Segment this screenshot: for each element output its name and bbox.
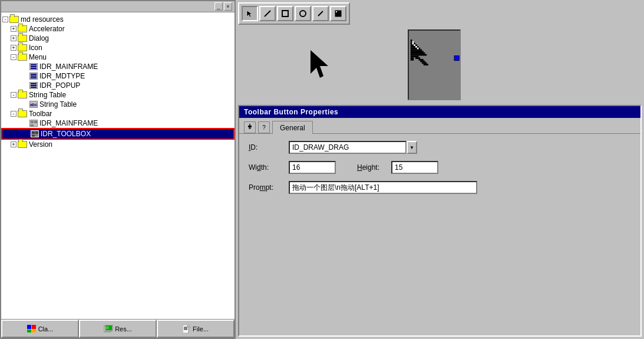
tree-node-idr-mdtype[interactable]: IDR_MDTYPE — [1, 71, 235, 81]
id-input[interactable] — [289, 141, 407, 154]
pin-tab-button[interactable] — [244, 121, 256, 133]
tree-label-string-table: String Table — [39, 100, 77, 108]
cursor-icon — [246, 9, 254, 18]
svg-point-24 — [300, 11, 306, 17]
svg-rect-48 — [422, 62, 427, 64]
tree-node-root[interactable]: - md resources — [1, 15, 235, 24]
general-tab[interactable]: General — [272, 121, 313, 134]
svg-rect-10 — [27, 330, 31, 333]
file-button[interactable]: File... — [157, 320, 235, 338]
drawing-toolbar — [238, 2, 350, 25]
minimize-button[interactable]: _ — [214, 2, 223, 11]
folder-icon-dialog — [18, 35, 27, 42]
tree-node-idr-popup[interactable]: IDR_POPUP — [1, 81, 235, 90]
expand-accelerator[interactable]: + — [11, 26, 16, 32]
svg-rect-42 — [411, 56, 419, 58]
folder-icon-accelerator — [18, 25, 27, 32]
fill-rect-icon — [334, 9, 342, 18]
tree-node-dialog[interactable]: + Dialog — [1, 34, 235, 43]
tree-label-idr-popup: IDR_POPUP — [39, 81, 80, 90]
tree-node-toolbar-folder[interactable]: - Toolbar — [1, 109, 235, 119]
res-icon: R — [104, 325, 113, 333]
svg-rect-2 — [34, 121, 37, 123]
tree-node-idr-mainframe-menu[interactable]: IDR_MAINFRAME — [1, 62, 235, 71]
menu-resource-icon — [29, 63, 38, 70]
svg-rect-45 — [411, 59, 414, 61]
id-dropdown-arrow[interactable]: ▼ — [407, 141, 417, 154]
help-tab-button[interactable]: ? — [258, 121, 270, 133]
tree-node-menu[interactable]: - Menu — [1, 52, 235, 62]
svg-rect-47 — [420, 61, 425, 62]
height-input[interactable] — [391, 161, 438, 174]
svg-rect-54 — [417, 48, 419, 50]
cla-button[interactable]: Cla... — [1, 320, 79, 338]
string-resource-icon: abc — [29, 101, 38, 108]
panel-titlebar: _ × — [1, 1, 235, 12]
svg-rect-32 — [411, 40, 412, 41]
svg-rect-43 — [411, 57, 414, 59]
tree-node-string-table-folder[interactable]: - String Table — [1, 90, 235, 100]
editor-panel: Toolbar Button Properties ? General ID: — [236, 0, 644, 339]
tree-label-idr-mainframe-toolbar: IDR_MAINFRAME — [39, 119, 98, 127]
expand-root[interactable]: - — [2, 17, 8, 22]
svg-line-25 — [318, 11, 323, 16]
ellipse-tool-button[interactable] — [295, 6, 311, 21]
expand-version[interactable]: + — [11, 141, 16, 147]
properties-tabs: ? General — [239, 118, 640, 134]
id-dropdown[interactable]: ▼ — [289, 141, 417, 154]
line-tool-button[interactable] — [259, 6, 276, 21]
svg-rect-8 — [27, 325, 31, 329]
properties-panel: Toolbar Button Properties ? General ID: — [238, 105, 642, 337]
properties-content: ID: ▼ Width: Height: Prompt: — [239, 134, 640, 201]
svg-rect-1 — [31, 121, 34, 123]
fill-rect-tool-button[interactable] — [330, 6, 346, 21]
expand-menu[interactable]: - — [11, 54, 16, 60]
svg-rect-6 — [35, 131, 38, 134]
width-input[interactable] — [289, 161, 336, 174]
resource-tree[interactable]: - md resources + Accelerator + Dialog + … — [1, 12, 235, 319]
folder-icon-string — [18, 91, 27, 98]
svg-rect-52 — [414, 44, 415, 46]
expand-icon[interactable]: + — [11, 45, 16, 51]
select-tool-button[interactable] — [242, 6, 258, 21]
tree-node-icon[interactable]: + Icon — [1, 43, 235, 52]
panel-bottom-toolbar: Cla... R Res... File... — [1, 319, 235, 338]
tree-label-root: md resources — [21, 15, 64, 24]
prompt-input[interactable] — [289, 181, 477, 194]
tree-label-idr-mainframe-menu: IDR_MAINFRAME — [39, 62, 98, 71]
close-button[interactable]: × — [224, 2, 232, 11]
svg-rect-28 — [336, 11, 337, 12]
tree-node-version[interactable]: + Version — [1, 140, 235, 149]
expand-string-table[interactable]: - — [11, 92, 16, 98]
main-canvas[interactable] — [238, 29, 403, 100]
tree-node-idr-toolbox[interactable]: IDR_TOOLBOX — [1, 128, 235, 140]
tree-node-accelerator[interactable]: + Accelerator — [1, 24, 235, 34]
cla-icon — [27, 325, 37, 333]
res-button[interactable]: R Res... — [79, 320, 157, 338]
line-icon — [263, 9, 272, 18]
svg-rect-41 — [411, 54, 427, 56]
svg-rect-38 — [411, 50, 422, 51]
folder-icon-version — [18, 141, 27, 148]
svg-rect-44 — [415, 57, 420, 59]
svg-rect-23 — [282, 11, 288, 17]
tree-label-version: Version — [29, 140, 52, 149]
rect-tool-button[interactable] — [277, 6, 293, 21]
id-row: ID: ▼ — [249, 141, 631, 154]
svg-rect-50 — [412, 41, 414, 43]
expand-toolbar[interactable]: - — [11, 111, 16, 117]
folder-icon-toolbar — [18, 110, 27, 117]
svg-rect-17 — [187, 325, 190, 327]
svg-rect-11 — [32, 330, 36, 333]
svg-rect-39 — [411, 51, 424, 52]
tree-node-idr-mainframe-toolbar[interactable]: IDR_MAINFRAME — [1, 119, 235, 128]
svg-rect-7 — [32, 135, 35, 137]
file-icon — [183, 325, 191, 333]
tree-label-toolbar: Toolbar — [29, 110, 52, 118]
tree-node-string-table-item[interactable]: abc String Table — [1, 100, 235, 109]
tree-label-icon: Icon — [29, 44, 42, 52]
expand-dialog[interactable]: + — [11, 35, 16, 41]
pencil-tool-button[interactable] — [312, 6, 329, 21]
cursor-display — [306, 47, 335, 83]
svg-rect-46 — [419, 59, 424, 61]
